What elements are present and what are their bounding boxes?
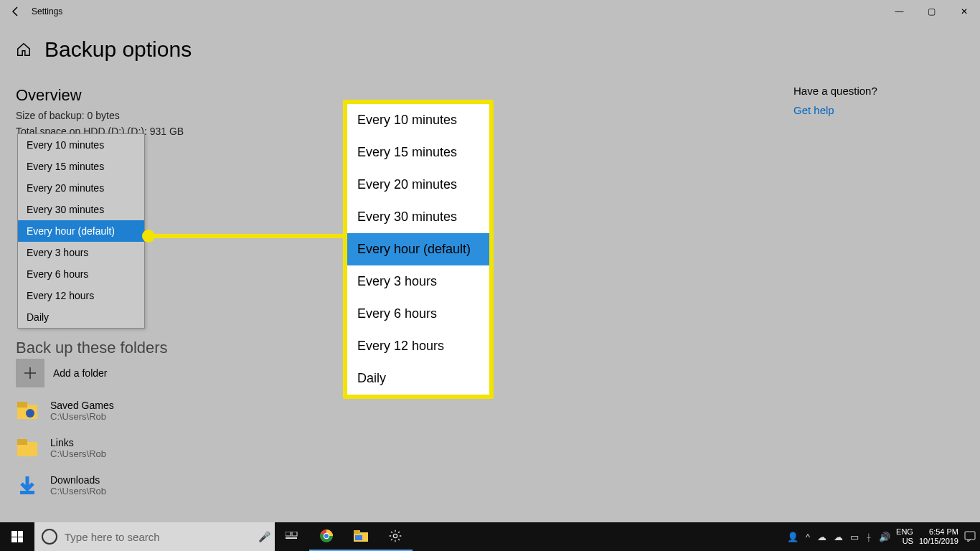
svg-point-12 — [324, 534, 329, 538]
clock-time: 6:54 PM — [929, 527, 958, 537]
overview-heading: Overview — [16, 86, 184, 105]
get-help-link[interactable]: Get help — [793, 104, 958, 116]
svg-rect-17 — [965, 532, 975, 540]
minimize-button[interactable]: — — [883, 0, 915, 23]
svg-rect-1 — [17, 402, 27, 408]
callout-option: Every 10 minutes — [347, 104, 489, 136]
frequency-option[interactable]: Every 10 minutes — [18, 134, 144, 156]
callout-option: Every 12 hours — [347, 330, 489, 362]
svg-rect-6 — [286, 532, 291, 536]
folder-item[interactable]: DownloadsC:\Users\Rob — [16, 474, 114, 496]
svg-rect-4 — [17, 439, 27, 445]
folder-name: Links — [50, 437, 106, 448]
folder-path: C:\Users\Rob — [50, 486, 106, 496]
frequency-option[interactable]: Every 15 minutes — [18, 156, 144, 177]
close-button[interactable]: ✕ — [948, 0, 980, 23]
folder-icon — [16, 399, 39, 422]
svg-point-16 — [393, 534, 397, 537]
maximize-button[interactable]: ▢ — [915, 0, 948, 23]
lang-primary: ENG — [896, 527, 913, 537]
annotation-callout: Every 10 minutesEvery 15 minutesEvery 20… — [343, 100, 494, 399]
tray-chevron-icon[interactable]: ^ — [806, 532, 810, 542]
clock-date: 10/15/2019 — [919, 537, 958, 546]
help-heading: Have a question? — [793, 85, 958, 97]
callout-option: Every hour (default) — [347, 233, 489, 265]
frequency-option[interactable]: Every 12 hours — [18, 285, 144, 306]
frequency-option[interactable]: Daily — [18, 306, 144, 328]
callout-option: Every 20 minutes — [347, 169, 489, 201]
add-folder-button[interactable] — [16, 359, 44, 387]
window-title: Settings — [32, 6, 62, 17]
cortana-icon — [42, 529, 57, 545]
start-button[interactable] — [0, 522, 34, 551]
svg-rect-5 — [20, 491, 34, 494]
folder-path: C:\Users\Rob — [50, 411, 114, 422]
onedrive2-icon[interactable]: ☁ — [834, 532, 843, 542]
folder-name: Saved Games — [50, 400, 114, 411]
frequency-option[interactable]: Every 6 hours — [18, 263, 144, 285]
help-pane: Have a question? Get help — [793, 85, 958, 116]
frequency-option[interactable]: Every 3 hours — [18, 242, 144, 263]
add-folder-row[interactable]: Add a folder — [16, 359, 108, 387]
callout-option: Every 3 hours — [347, 265, 489, 298]
language-indicator[interactable]: ENG US — [896, 527, 913, 546]
onedrive-icon[interactable]: ☁ — [817, 532, 826, 542]
folder-icon — [16, 436, 39, 459]
windows-logo-icon — [11, 531, 23, 542]
action-center-icon[interactable] — [964, 531, 976, 542]
callout-option: Every 30 minutes — [347, 201, 489, 233]
clock[interactable]: 6:54 PM 10/15/2019 — [919, 527, 958, 546]
svg-rect-14 — [354, 530, 360, 534]
folder-item[interactable]: Saved GamesC:\Users\Rob — [16, 399, 114, 422]
folder-item[interactable]: LinksC:\Users\Rob — [16, 436, 114, 459]
svg-rect-8 — [286, 537, 297, 539]
task-view-button[interactable] — [275, 522, 309, 551]
wifi-icon[interactable]: ⟊ — [866, 532, 872, 542]
chrome-taskbar-icon[interactable] — [309, 522, 344, 551]
backup-frequency-dropdown[interactable]: Every 10 minutesEvery 15 minutesEvery 20… — [17, 133, 145, 329]
overview-section: Overview Size of backup: 0 bytes Total s… — [16, 86, 184, 139]
people-icon[interactable]: 👤 — [787, 532, 798, 542]
annotation-connector — [143, 234, 344, 238]
annotation-dot — [142, 230, 155, 242]
frequency-option[interactable]: Every 20 minutes — [18, 177, 144, 199]
home-icon[interactable] — [16, 42, 32, 57]
mic-icon[interactable]: 🎤 — [253, 531, 275, 542]
folder-path: C:\Users\Rob — [50, 448, 106, 459]
backup-folder-list: Saved GamesC:\Users\RobLinksC:\Users\Rob… — [16, 399, 114, 511]
file-explorer-taskbar-icon[interactable] — [344, 522, 378, 551]
page-header: Backup options — [16, 37, 192, 62]
frequency-option[interactable]: Every 30 minutes — [18, 199, 144, 220]
settings-taskbar-icon[interactable] — [378, 522, 413, 551]
backup-folders-heading: Back up these folders — [16, 339, 168, 357]
folder-icon — [16, 474, 39, 496]
page-title: Backup options — [44, 37, 192, 62]
system-tray: 👤 ^ ☁ ☁ ▭ ⟊ 🔊 ENG US 6:54 PM 10/15/2019 — [787, 527, 980, 546]
svg-rect-7 — [292, 532, 297, 536]
callout-option: Every 6 hours — [347, 298, 489, 330]
callout-option: Every 15 minutes — [347, 136, 489, 169]
add-folder-label: Add a folder — [53, 367, 108, 379]
lang-secondary: US — [903, 537, 913, 546]
battery-icon[interactable]: ▭ — [850, 532, 859, 542]
taskbar-search-placeholder: Type here to search — [65, 531, 253, 543]
window-titlebar: Settings — ▢ ✕ — [0, 0, 980, 23]
taskbar: Type here to search 🎤 👤 ^ ☁ ☁ ▭ — [0, 522, 980, 551]
plus-icon — [23, 366, 37, 380]
svg-point-2 — [26, 409, 34, 418]
svg-rect-15 — [355, 535, 362, 540]
back-button[interactable] — [0, 0, 32, 23]
volume-icon[interactable]: 🔊 — [879, 532, 890, 542]
taskbar-search[interactable]: Type here to search 🎤 — [34, 522, 275, 551]
backup-size-line: Size of backup: 0 bytes — [16, 108, 184, 123]
taskbar-app-icons — [275, 522, 413, 551]
frequency-option[interactable]: Every hour (default) — [18, 220, 144, 242]
callout-option: Daily — [347, 362, 489, 395]
folder-name: Downloads — [50, 474, 106, 486]
